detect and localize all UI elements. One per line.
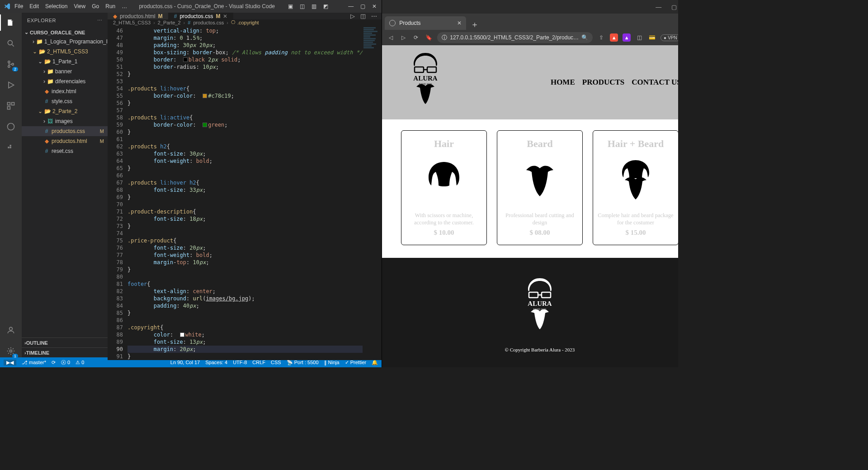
nav-products[interactable]: PRODUCTS [582, 78, 625, 87]
menu-more[interactable]: … [122, 3, 127, 9]
status-ninja[interactable]: ‖ Ninja [324, 360, 340, 366]
activity-settings-icon[interactable]: 1 [5, 345, 17, 357]
status-warnings[interactable]: ⚠ 0 [75, 360, 84, 366]
activity-docker-icon[interactable] [5, 141, 17, 154]
window-minimize-icon[interactable]: — [347, 3, 354, 9]
beard-icon [502, 155, 578, 205]
menu-selection[interactable]: Selection [45, 3, 67, 9]
layout-toggle-4-icon[interactable]: ◩ [322, 3, 329, 9]
activity-debug-icon[interactable] [5, 79, 17, 91]
menu-edit[interactable]: Edit [29, 3, 39, 9]
status-lang[interactable]: CSS [271, 360, 281, 365]
copyright-text: © Copyright Barbería Alura - 2023 [505, 347, 575, 352]
window-maximize-icon[interactable]: ▢ [670, 4, 678, 10]
window-maximize-icon[interactable]: ▢ [359, 3, 366, 9]
nav-home[interactable]: HOME [551, 78, 575, 87]
explorer-more-icon[interactable]: ⋯ [97, 18, 103, 24]
status-prettier[interactable]: ✓ Prettier [345, 360, 367, 366]
status-encoding[interactable]: UTF-8 [233, 360, 247, 365]
folder-diferenciales[interactable]: ›📁diferenciales [22, 76, 108, 86]
nav-back-icon[interactable]: ◁ [387, 34, 395, 41]
page-viewport: ALURA ESTD 2020 HOME PRODUCTS CONTACT US… [382, 45, 678, 367]
minimap[interactable] [363, 25, 382, 360]
wallet-icon[interactable]: 💳 [648, 34, 656, 41]
folder-root[interactable]: ⌄ CURSO_ORACLE_ONE [22, 28, 108, 37]
timeline-section[interactable]: ›TIMELINE [22, 347, 108, 357]
activity-sourcecontrol-icon[interactable]: 2 [5, 58, 17, 71]
activity-search-icon[interactable] [5, 37, 17, 50]
window-minimize-icon[interactable]: — [655, 4, 662, 10]
browser-tab-products[interactable]: Products ✕ [385, 16, 466, 30]
product-card-hairbeard[interactable]: Hair + Beard Complete hair and beard pac… [593, 130, 678, 245]
file-reset[interactable]: #reset.css [22, 146, 108, 156]
split-editor-icon[interactable]: ◫ [360, 13, 366, 19]
activity-explorer-icon[interactable] [5, 16, 17, 29]
brave-shield-icon[interactable]: ▲ [610, 33, 618, 42]
status-eol[interactable]: CRLF [252, 360, 265, 365]
url-text: 127.0.0.1:5500/2_HTML5_CSS3/2_Parte_2/pr… [450, 34, 579, 41]
file-productos-css[interactable]: #productos.cssM [22, 126, 108, 136]
layout-toggle-3-icon[interactable]: ▥ [310, 3, 317, 9]
brave-rewards-icon[interactable]: ▲ [623, 33, 631, 42]
svg-rect-13 [415, 67, 424, 72]
outline-section[interactable]: ›OUTLINE [22, 337, 108, 347]
svg-rect-4 [8, 103, 10, 105]
menu-file[interactable]: File [14, 3, 23, 9]
run-icon[interactable]: ▷ [350, 13, 355, 19]
vpn-badge[interactable]: ● VPN [660, 34, 678, 41]
remote-indicator-icon[interactable]: ▶◀ [4, 360, 16, 366]
status-notifications-icon[interactable]: 🔔 [372, 360, 378, 366]
activity-extensions-icon[interactable] [5, 100, 17, 112]
nav-forward-icon[interactable]: ▷ [399, 34, 407, 41]
tab-productos-html[interactable]: ◆ productos.html M [108, 13, 169, 19]
tab-productos-css[interactable]: # productos.css M ✕ [169, 13, 234, 19]
product-card-beard[interactable]: Beard Professional beard cutting and des… [497, 130, 583, 245]
globe-icon [389, 20, 396, 26]
close-tab-icon[interactable]: ✕ [223, 13, 227, 19]
nav-contact[interactable]: CONTACT US [632, 78, 678, 87]
menu-go[interactable]: Go [92, 3, 99, 9]
status-errors[interactable]: ⓧ 0 [61, 359, 70, 366]
not-secure-icon: ⓘ [442, 34, 447, 42]
svg-rect-18 [529, 292, 538, 298]
folder-parte2[interactable]: ⌄📂2_Parte_2 [22, 106, 108, 116]
share-icon[interactable]: ⇪ [597, 34, 605, 41]
explorer-sidebar: EXPLORER ⋯ ⌄ CURSO_ORACLE_ONE ›📁1_Logica… [22, 13, 108, 357]
browser-titlebar: — ▢ ✕ [382, 0, 678, 14]
status-lncol[interactable]: Ln 90, Col 17 [170, 360, 200, 365]
file-productos-html[interactable]: ◆productos.htmlM [22, 136, 108, 146]
status-port[interactable]: 📡 Port : 5500 [287, 360, 319, 366]
file-index[interactable]: ◆index.html [22, 86, 108, 96]
status-sync[interactable]: ⟳ [52, 360, 56, 366]
close-tab-icon[interactable]: ✕ [457, 20, 462, 26]
menu-run[interactable]: Run [105, 3, 115, 9]
folder-images[interactable]: ›🖼images [22, 116, 108, 126]
menu-view[interactable]: View [74, 3, 85, 9]
folder-banner[interactable]: ›📁banner [22, 66, 108, 76]
breadcrumb[interactable]: 2_HTML5_CSS3 2_Parte_2 #productos.css ⎔ … [108, 19, 382, 25]
activity-accounts-icon[interactable] [5, 324, 17, 337]
activity-github-icon[interactable] [5, 120, 17, 133]
folder-html5[interactable]: ⌄📂2_HTML5_CSS3 [22, 47, 108, 57]
page-nav: HOME PRODUCTS CONTACT US [551, 78, 678, 87]
file-style[interactable]: #style.css [22, 96, 108, 106]
folder-logica[interactable]: ›📁1_Logica_Programacion_I [22, 37, 108, 47]
folder-parte1[interactable]: ⌄📂1_Parte_1 [22, 57, 108, 66]
status-branch[interactable]: ⎇ master* [22, 360, 46, 366]
layout-toggle-1-icon[interactable]: ▣ [287, 3, 294, 9]
code-editor[interactable]: vertical-align: top; margin: 0 1.5%; pad… [127, 25, 363, 360]
status-spaces[interactable]: Spaces: 4 [205, 360, 227, 365]
line-gutter: 4647484950515253545556575859606162636465… [108, 25, 127, 360]
window-close-icon[interactable]: ✕ [371, 3, 378, 9]
more-editor-icon[interactable]: ⋯ [371, 13, 377, 19]
bookmark-icon[interactable]: 🔖 [425, 34, 433, 41]
sidepanel-icon[interactable]: ◫ [635, 34, 643, 41]
product-title: Hair [406, 138, 482, 150]
titlebar: File Edit Selection View Go Run … produc… [0, 0, 382, 13]
zoom-icon[interactable]: 🔍 [581, 34, 588, 41]
layout-toggle-2-icon[interactable]: ◫ [298, 3, 306, 9]
nav-reload-icon[interactable]: ⟳ [412, 34, 420, 41]
product-card-hair[interactable]: Hair With scissors or machine, according… [401, 130, 487, 245]
new-tab-icon[interactable]: ＋ [466, 19, 483, 30]
url-input[interactable]: ⓘ 127.0.0.1:5500/2_HTML5_CSS3/2_Parte_2/… [437, 32, 593, 43]
